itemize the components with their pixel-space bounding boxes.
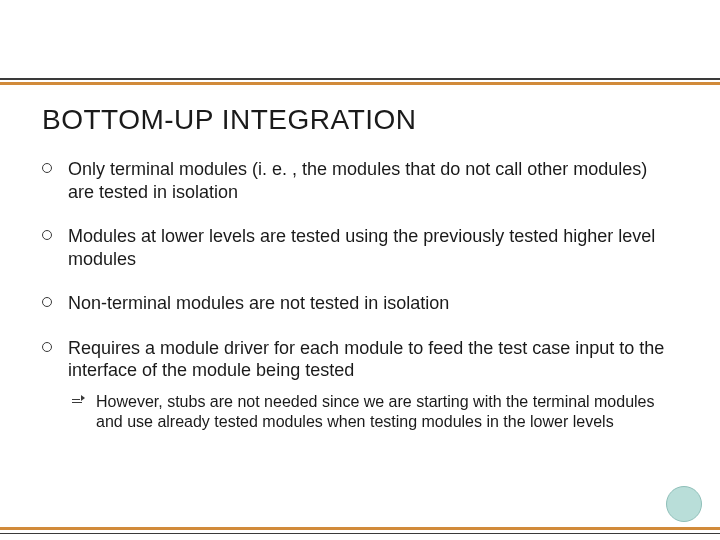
bullet-item: Non-terminal modules are not tested in i… — [42, 292, 672, 315]
bullet-item: Modules at lower levels are tested using… — [42, 225, 672, 270]
rule-top-accent — [0, 82, 720, 85]
bullet-item: Requires a module driver for each module… — [42, 337, 672, 432]
rule-bottom-accent — [0, 527, 720, 530]
slide: BOTTOM-UP INTEGRATION Only terminal modu… — [0, 0, 720, 540]
rule-top-thin — [0, 78, 720, 80]
slide-title: BOTTOM-UP INTEGRATION — [42, 104, 417, 136]
sub-bullet-item: However, stubs are not needed since we a… — [72, 392, 672, 432]
decorative-circle-icon — [666, 486, 702, 522]
bullet-list: Only terminal modules (i. e. , the modul… — [42, 158, 672, 432]
sub-list: However, stubs are not needed since we a… — [72, 392, 672, 432]
content-area: Only terminal modules (i. e. , the modul… — [42, 158, 672, 454]
bullet-item: Only terminal modules (i. e. , the modul… — [42, 158, 672, 203]
bullet-text: Requires a module driver for each module… — [68, 338, 664, 381]
rule-bottom-thin — [0, 533, 720, 535]
